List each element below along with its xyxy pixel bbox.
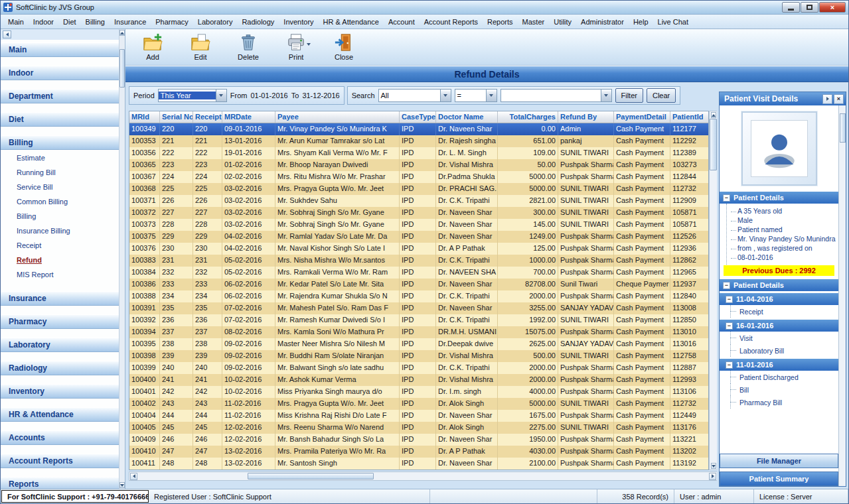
menu-item-indoor[interactable]: Indoor bbox=[29, 16, 58, 28]
table-row[interactable]: 10039523823809-02-2016Master Neer Mishra… bbox=[129, 338, 708, 350]
add-button[interactable]: Add bbox=[136, 31, 169, 61]
column-header-totalcharges[interactable]: TotalCharges bbox=[498, 111, 558, 123]
column-header-patientid[interactable]: PatientId bbox=[670, 111, 710, 123]
collapse-minus-icon[interactable]: − bbox=[723, 282, 730, 289]
patient-summary-button[interactable]: Patient Summary bbox=[720, 472, 838, 486]
sidebar-section-department[interactable]: Department bbox=[1, 89, 119, 103]
sidebar-section-diet[interactable]: Diet bbox=[1, 112, 119, 127]
table-row[interactable]: 10041024724713-02-2016Mrs. Pramila Pater… bbox=[129, 446, 708, 458]
sidebar-item-running-bill[interactable]: Running Bill bbox=[1, 165, 119, 180]
maximize-button[interactable] bbox=[801, 2, 818, 13]
sidebar-item-common-billing[interactable]: Common Billing bbox=[1, 194, 119, 209]
table-row[interactable]: 10036722422402-02-2016Mrs. Ritu Mishra W… bbox=[129, 171, 708, 183]
collapse-minus-icon[interactable]: − bbox=[726, 361, 733, 369]
column-header-mrdate[interactable]: MRDate bbox=[222, 111, 275, 123]
column-header-doctor-name[interactable]: Doctor Name bbox=[436, 111, 498, 123]
sidebar-item-service-bill[interactable]: Service Bill bbox=[1, 180, 119, 194]
table-row[interactable]: 10035622222219-01-2016Mrs. Shyam Kali Ve… bbox=[129, 147, 708, 159]
sidebar-scroll-thumb[interactable] bbox=[119, 49, 125, 88]
table-row[interactable]: 10039823923909-02-2016Mr. Buddhi Ram S/o… bbox=[129, 350, 708, 362]
period-select[interactable]: This Year bbox=[158, 89, 227, 102]
delete-button[interactable]: Delete bbox=[232, 31, 265, 61]
sidebar-section-indoor[interactable]: Indoor bbox=[1, 66, 119, 80]
table-row[interactable]: 10039924024009-02-2016Mr. Balwant Singh … bbox=[129, 362, 708, 374]
scroll-up-icon[interactable] bbox=[711, 112, 716, 118]
scroll-down-icon[interactable] bbox=[119, 482, 125, 488]
sidebar-section-main[interactable]: Main bbox=[1, 42, 119, 57]
column-header-receipt-no[interactable]: Receipt No bbox=[193, 111, 222, 123]
menu-item-master[interactable]: Master bbox=[518, 16, 550, 28]
table-row[interactable]: 10037322822803-02-2016Mr. Sobhraj Singh … bbox=[129, 219, 708, 231]
chevron-down-icon[interactable] bbox=[601, 90, 611, 101]
print-button[interactable]: Print bbox=[279, 31, 313, 61]
table-row[interactable]: 10039223623607-02-2016Mr. Ramesh Kumar D… bbox=[129, 314, 708, 326]
table-row[interactable]: 10034922022009-01-2016Mr. Vinay Pandey S… bbox=[129, 123, 708, 135]
panel-scrollbar[interactable] bbox=[838, 105, 846, 486]
table-scroll-thumb[interactable] bbox=[710, 119, 717, 170]
patient-details-header[interactable]: − Patient Details bbox=[720, 192, 838, 204]
table-horizontal-scrollbar[interactable] bbox=[129, 472, 717, 481]
table-row[interactable]: 10038323123105-02-2016Mrs. Nisha Mishra … bbox=[129, 255, 708, 267]
table-hscroll-thumb[interactable] bbox=[248, 473, 374, 479]
sidebar-section-account-reports[interactable]: Account Reports bbox=[1, 454, 119, 468]
chevron-down-icon[interactable] bbox=[216, 90, 226, 101]
sidebar-item-billing[interactable]: Billing bbox=[1, 209, 119, 223]
file-manager-button[interactable]: File Manager bbox=[720, 454, 838, 468]
table-row[interactable]: 10040024124110-02-2016Mr. Ashok Kumar Ve… bbox=[129, 374, 708, 386]
panel-expand-button[interactable] bbox=[822, 94, 832, 104]
sidebar-section-accounts[interactable]: Accounts bbox=[1, 430, 119, 445]
chevron-down-icon[interactable] bbox=[486, 90, 497, 101]
visit-item-pharmacy-bill[interactable]: Pharmacy Bill bbox=[720, 396, 838, 409]
sidebar-section-radiology[interactable]: Radiology bbox=[1, 361, 119, 375]
visit-date-16-01-2016[interactable]: −16-01-2016 bbox=[720, 320, 838, 332]
table-row[interactable]: 10038423223205-02-2016Mrs. Ramkali Verma… bbox=[129, 267, 708, 279]
scroll-up-icon[interactable] bbox=[119, 30, 125, 36]
sidebar-section-pharmacy[interactable]: Pharmacy bbox=[1, 314, 119, 329]
sidebar-item-mis-report[interactable]: MIS Report bbox=[1, 267, 119, 282]
sidebar-item-refund[interactable]: Refund bbox=[1, 253, 119, 267]
menu-item-live-chat[interactable]: Live Chat bbox=[653, 16, 693, 28]
sidebar-section-insurance[interactable]: Insurance bbox=[1, 291, 119, 306]
table-row[interactable]: 10037522922904-02-2016Mr. Ramlal Yadav S… bbox=[129, 231, 708, 243]
sidebar-section-billing[interactable]: Billing bbox=[1, 135, 119, 150]
column-header-paymentdetail[interactable]: PaymentDetail bbox=[614, 111, 670, 123]
patient-visits-header[interactable]: − Patient Details bbox=[720, 279, 838, 291]
menu-item-hr-attendance[interactable]: HR & Attendance bbox=[319, 16, 384, 28]
menu-item-pharmacy[interactable]: Pharmacy bbox=[151, 16, 193, 28]
menu-item-insurance[interactable]: Insurance bbox=[110, 16, 151, 28]
menu-item-utility[interactable]: Utility bbox=[549, 16, 576, 28]
table-row[interactable]: 10039423723708-02-2016Mrs. Kamla Soni W/… bbox=[129, 326, 708, 338]
visit-date-11-04-2016[interactable]: −11-04-2016 bbox=[720, 293, 838, 305]
search-value-select[interactable] bbox=[501, 89, 612, 102]
sidebar-collapse-button[interactable] bbox=[3, 31, 11, 38]
visit-item-laboratory-bill[interactable]: Laboratory Bill bbox=[720, 344, 838, 357]
menu-item-inventory[interactable]: Inventory bbox=[279, 16, 318, 28]
table-row[interactable]: 10035322122113-01-2016Mr. Arun Kumar Tam… bbox=[129, 135, 708, 147]
menu-item-diet[interactable]: Diet bbox=[58, 16, 81, 28]
menu-item-laboratory[interactable]: Laboratory bbox=[193, 16, 238, 28]
search-field-select[interactable]: All bbox=[378, 89, 451, 102]
close-window-button[interactable]: × bbox=[819, 2, 846, 13]
table-row[interactable]: 10037122622603-02-2016Mr. Sukhdev SahuIP… bbox=[129, 195, 708, 207]
column-header-mrid[interactable]: MRId bbox=[129, 111, 160, 123]
scroll-down-icon[interactable] bbox=[711, 463, 716, 469]
table-vertical-scrollbar[interactable] bbox=[709, 111, 717, 470]
table-row[interactable]: 10037222722703-02-2016Mr. Sobhraj Singh … bbox=[129, 207, 708, 219]
edit-button[interactable]: Edit bbox=[184, 31, 217, 61]
table-row[interactable]: 10038623323306-02-2016Mr. Kedar Patel S/… bbox=[129, 279, 708, 290]
table-row[interactable]: 10036522322301-02-2016Mr. Bhoop Narayan … bbox=[129, 159, 708, 171]
column-header-refund-by[interactable]: Refund By bbox=[558, 111, 614, 123]
table-row[interactable]: 10040124224210-02-2016Miss Priyanka Sing… bbox=[129, 386, 708, 398]
menu-item-account[interactable]: Account bbox=[384, 16, 420, 28]
close-button[interactable]: Close bbox=[327, 31, 360, 61]
menu-item-reports[interactable]: Reports bbox=[483, 16, 518, 28]
menu-item-administrator[interactable]: Administrator bbox=[576, 16, 629, 28]
table-row[interactable]: 10041124824813-02-2016Mr. Santosh SinghI… bbox=[129, 458, 708, 470]
chevron-down-icon[interactable] bbox=[440, 90, 451, 101]
sidebar-item-estimate[interactable]: Estimate bbox=[1, 151, 119, 165]
scroll-right-icon[interactable] bbox=[709, 473, 716, 480]
operator-select[interactable]: = bbox=[455, 89, 497, 102]
menu-item-radiology[interactable]: Radiology bbox=[237, 16, 279, 28]
table-row[interactable]: 10037623023004-02-2016Mr. Naval Kishor S… bbox=[129, 243, 708, 255]
menu-item-main[interactable]: Main bbox=[3, 16, 29, 28]
